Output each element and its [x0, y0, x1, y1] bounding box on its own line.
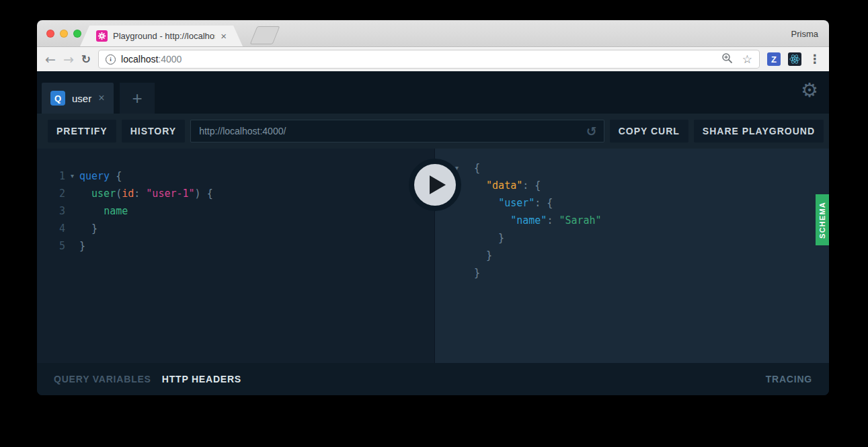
- close-window-button[interactable]: [46, 30, 54, 38]
- execute-query-button[interactable]: [409, 159, 461, 211]
- code-token: "name": [510, 212, 547, 229]
- reload-icon[interactable]: ↻: [81, 54, 91, 65]
- history-button[interactable]: HISTORY: [122, 120, 185, 143]
- editor-code-line[interactable]: 4 }: [37, 220, 434, 237]
- code-token: [474, 177, 486, 194]
- prettify-button[interactable]: PRETTIFY: [48, 120, 116, 143]
- code-token: : {: [535, 194, 553, 212]
- fold-arrow-icon: [65, 237, 79, 255]
- browser-tab-title: Playground - http://localhost:4: [113, 31, 215, 41]
- playground-tab-close-icon[interactable]: ×: [98, 93, 104, 104]
- code-token: [474, 194, 498, 212]
- share-playground-button[interactable]: SHARE PLAYGROUND: [694, 120, 824, 143]
- code-token: }: [474, 247, 492, 264]
- line-number: 2: [37, 185, 65, 202]
- browser-titlebar: Playground - http://localhost:4 × Prisma: [37, 20, 829, 47]
- fold-arrow-icon: [65, 220, 79, 237]
- line-number: 5: [37, 237, 65, 255]
- response-code-line: "name": "Sarah": [435, 212, 829, 229]
- http-headers-tab[interactable]: HTTP HEADERS: [162, 374, 241, 384]
- execute-query-button-circle: [414, 164, 456, 206]
- settings-gear-icon[interactable]: ⚙: [801, 81, 818, 100]
- response-code-line: }: [435, 229, 829, 247]
- fullscreen-window-button[interactable]: [73, 30, 81, 38]
- query-variables-tab[interactable]: QUERY VARIABLES: [54, 374, 151, 384]
- fold-arrow-icon: [65, 202, 79, 220]
- playground-footer: QUERY VARIABLES HTTP HEADERS TRACING: [37, 363, 829, 395]
- url-text[interactable]: localhost:4000: [121, 54, 182, 65]
- browser-tab[interactable]: Playground - http://localhost:4 ×: [80, 26, 243, 46]
- browser-window: Playground - http://localhost:4 × Prisma…: [37, 20, 829, 395]
- url-port: :4000: [158, 54, 182, 65]
- new-browser-tab-button[interactable]: [250, 26, 280, 44]
- graphql-playground: Q user × + ⚙ PRETTIFY HISTORY http://loc…: [37, 71, 829, 395]
- code-token: id: [122, 185, 134, 202]
- fold-arrow-icon: [455, 212, 474, 229]
- fold-arrow-icon[interactable]: ▾: [65, 167, 79, 185]
- fold-arrow-icon: [455, 247, 474, 264]
- editor-code-line[interactable]: 3 name: [37, 202, 434, 220]
- code-token: "Sarah": [559, 212, 601, 229]
- browser-tab-close-icon[interactable]: ×: [221, 31, 227, 41]
- chrome-menu-icon[interactable]: ⋮: [809, 53, 821, 65]
- minimize-window-button[interactable]: [60, 30, 68, 38]
- playground-favicon-icon: [96, 30, 108, 42]
- endpoint-url-value: http://localhost:4000/: [199, 126, 286, 136]
- copy-curl-button[interactable]: COPY CURL: [610, 120, 688, 143]
- code-token: [474, 212, 510, 229]
- endpoint-reload-icon[interactable]: ↺: [586, 124, 597, 138]
- line-number: 3: [37, 202, 65, 220]
- url-host: localhost: [121, 54, 158, 65]
- code-token: {: [116, 167, 122, 185]
- response-code-line: }: [435, 264, 829, 282]
- endpoint-url-input[interactable]: http://localhost:4000/ ↺: [190, 120, 604, 143]
- code-token: "data": [486, 177, 522, 194]
- code-token: query: [79, 167, 116, 185]
- playground-tab-label: user: [72, 93, 91, 104]
- response-code-line: ▾{: [435, 159, 829, 177]
- line-number: 4: [37, 220, 65, 237]
- code-token: "user": [498, 194, 535, 212]
- playground-tabstrip: Q user × + ⚙: [37, 71, 829, 114]
- code-token: (: [116, 185, 122, 202]
- react-devtools-extension-icon[interactable]: [788, 52, 801, 66]
- code-token: user: [91, 185, 116, 202]
- query-type-badge: Q: [50, 91, 65, 106]
- code-token: : {: [522, 177, 541, 194]
- code-token: }: [79, 237, 85, 255]
- playground-main: 1▾query {2 user(id: "user-1") {3 name4 }…: [37, 149, 829, 363]
- zoom-page-icon[interactable]: [721, 52, 733, 67]
- playground-toolbar: PRETTIFY HISTORY http://localhost:4000/ …: [37, 114, 829, 149]
- editor-code-line[interactable]: 1▾query {: [37, 167, 434, 185]
- playground-new-tab-button[interactable]: +: [120, 83, 155, 114]
- code-token: :: [134, 185, 146, 202]
- code-token: :: [547, 212, 559, 229]
- browser-profile-name[interactable]: Prisma: [791, 20, 818, 47]
- editor-code-line[interactable]: 2 user(id: "user-1") {: [37, 185, 434, 202]
- response-code-line: ▾ "data": {: [435, 177, 829, 194]
- schema-side-tab-label: SCHEMA: [818, 202, 826, 239]
- editor-code-line[interactable]: 5}: [37, 237, 434, 255]
- z-extension-icon[interactable]: Z: [767, 52, 781, 66]
- code-token: name: [104, 202, 128, 220]
- forward-icon: →: [63, 53, 74, 66]
- bookmark-star-icon[interactable]: ☆: [742, 54, 752, 65]
- traffic-lights: [46, 30, 81, 38]
- response-code-line: "user": {: [435, 194, 829, 212]
- schema-side-tab[interactable]: SCHEMA: [816, 194, 829, 245]
- query-editor[interactable]: 1▾query {2 user(id: "user-1") {3 name4 }…: [37, 149, 435, 363]
- playground-tab-user[interactable]: Q user ×: [42, 83, 114, 114]
- code-token: "user-1": [146, 185, 194, 202]
- response-code-line: }: [435, 247, 829, 264]
- play-icon: [430, 175, 446, 194]
- code-token: [79, 185, 91, 202]
- page-info-icon[interactable]: i: [106, 54, 116, 65]
- url-input[interactable]: i localhost:4000 ☆: [98, 50, 760, 69]
- code-token: ) {: [195, 185, 213, 202]
- fold-arrow-icon: [65, 185, 79, 202]
- code-token: }: [474, 229, 504, 247]
- tracing-tab[interactable]: TRACING: [766, 374, 812, 384]
- code-token: }: [79, 220, 97, 237]
- back-icon[interactable]: ←: [45, 53, 56, 66]
- fold-arrow-icon: [455, 264, 474, 282]
